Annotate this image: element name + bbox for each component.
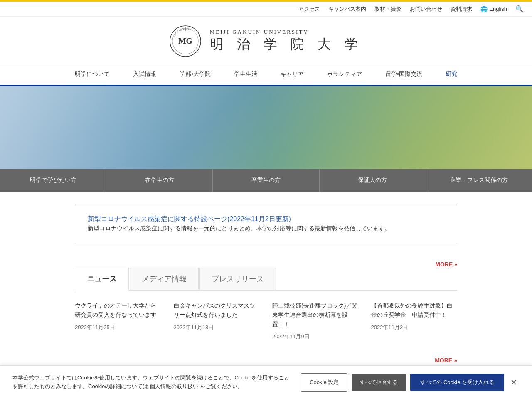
sub-nav-corporate[interactable]: 企業・プレス関係の方 xyxy=(426,169,532,192)
logo-japanese: 明 治 学 院 大 学 xyxy=(210,35,363,54)
sub-nav-guardians[interactable]: 保証人の方 xyxy=(320,169,426,192)
news-section: MORE » ニュース メディア情報 プレスリリース ウクライナのオデーサ大学か… xyxy=(75,261,457,340)
hero-image xyxy=(0,86,532,169)
nav-item-international: 留学•国際交流 xyxy=(374,64,434,85)
second-more-link[interactable]: MORE » xyxy=(435,357,457,364)
news-item-2: 白金キャンパスのクリスマスツリー点灯式を行いました 2022年11月18日 xyxy=(174,301,260,340)
nav-item-faculty: 学部•大学院 xyxy=(168,64,222,85)
search-button[interactable]: 🔍 xyxy=(515,5,524,13)
logo-area: MG MEIJI GAKUIN MEIJI GAKUIN UNIVERSITY … xyxy=(0,17,532,64)
nav-item-volunteer: ボランティア xyxy=(315,64,374,85)
news-grid: ウクライナのオデーサ大学から研究員の受入を行なっています 2022年11月25日… xyxy=(75,301,457,340)
notice-box: 新型コロナウイルス感染症に関する特設ページ(2022年11月2日更新) 新型コロ… xyxy=(75,204,457,244)
news-item-2-date: 2022年11月18日 xyxy=(174,324,214,330)
nav-item-career: キャリア xyxy=(269,64,315,85)
sub-nav-current-students[interactable]: 在学生の方 xyxy=(106,169,213,192)
cookie-banner: 本学公式ウェブサイトではCookieを使用しています。ウェブサイトの閲覧を続ける… xyxy=(0,365,532,376)
top-nav-contact[interactable]: お問い合わせ xyxy=(410,5,442,13)
second-more-label: MORE xyxy=(435,357,452,364)
cookie-text-before: 本学公式ウェブサイトではCookieを使用しています。ウェブサイトの閲覧を続ける… xyxy=(12,374,289,376)
cookie-reject-button[interactable]: すべて拒否する xyxy=(352,374,406,376)
top-bar: アクセス キャンパス案内 取材・撮影 お問い合わせ 資料請求 🌐 English… xyxy=(0,2,532,17)
language-switcher[interactable]: 🌐 English xyxy=(480,6,507,12)
news-header: MORE » xyxy=(75,261,457,268)
notice-body: 新型コロナウイルス感染症に関する情報を一元的にとりまとめ、本学の対応等に関する最… xyxy=(88,224,444,234)
top-nav-campus[interactable]: キャンパス案内 xyxy=(328,5,366,13)
sub-navigation: 明学で学びたい方 在学生の方 卒業生の方 保証人の方 企業・プレス関係の方 xyxy=(0,169,532,192)
news-item-2-title: 白金キャンパスのクリスマスツリー点灯式を行いました xyxy=(174,301,260,320)
cookie-settings-button[interactable]: Cookie 設定 xyxy=(301,373,347,376)
cookie-text: 本学公式ウェブサイトではCookieを使用しています。ウェブサイトの閲覧を続ける… xyxy=(12,374,293,376)
more-label: MORE xyxy=(435,261,453,268)
nav-item-research: 研究 xyxy=(434,64,469,85)
logo-english: MEIJI GAKUIN UNIVERSITY xyxy=(210,29,309,35)
nav-link-international[interactable]: 留学•国際交流 xyxy=(374,64,434,86)
svg-text:MG: MG xyxy=(178,37,192,45)
nav-link-student-life[interactable]: 学生生活 xyxy=(222,64,269,86)
notice-title-link[interactable]: 新型コロナウイルス感染症に関する特設ページ(2022年11月2日更新) xyxy=(88,215,291,222)
top-nav-request[interactable]: 資料請求 xyxy=(451,5,472,13)
nav-link-about[interactable]: 明学について xyxy=(63,64,121,86)
nav-link-faculty[interactable]: 学部•大学院 xyxy=(168,64,222,86)
tab-media[interactable]: メディア情報 xyxy=(130,268,199,290)
nav-item-student-life: 学生生活 xyxy=(222,64,269,85)
news-item-4-title: 【首都圏以外の受験生対象】白金の丘奨学金 申請受付中！ xyxy=(371,301,458,320)
language-label: English xyxy=(489,6,507,12)
second-more-chevron-icon: » xyxy=(454,357,457,364)
nav-link-career[interactable]: キャリア xyxy=(269,64,315,86)
more-link[interactable]: MORE » xyxy=(435,261,457,268)
nav-link-admission[interactable]: 入試情報 xyxy=(121,64,168,86)
university-emblem: MG MEIJI GAKUIN xyxy=(169,25,202,57)
tab-news[interactable]: ニュース xyxy=(75,268,129,291)
top-nav-access[interactable]: アクセス xyxy=(298,5,320,13)
news-item-1-date: 2022年11月25日 xyxy=(75,324,115,330)
main-navigation: 明学について 入試情報 学部•大学院 学生生活 キャリア ボランティア 留学•国… xyxy=(0,64,532,86)
logo-text: MEIJI GAKUIN UNIVERSITY 明 治 学 院 大 学 xyxy=(210,29,363,54)
news-item-1-title: ウクライナのオデーサ大学から研究員の受入を行なっています xyxy=(75,301,161,320)
nav-link-volunteer[interactable]: ボランティア xyxy=(315,64,374,86)
news-item-4-date: 2022年11月2日 xyxy=(371,324,409,330)
more-chevron-icon: » xyxy=(454,261,457,267)
news-item-3: 陸上競技部(長距離ブロック)／関東学生連合選出の横断幕を設置！！ 2022年11… xyxy=(272,301,359,340)
main-content: 新型コロナウイルス感染症に関する特設ページ(2022年11月2日更新) 新型コロ… xyxy=(66,192,466,376)
news-item-4: 【首都圏以外の受験生対象】白金の丘奨学金 申請受付中！ 2022年11月2日 xyxy=(371,301,458,340)
news-tabs: ニュース メディア情報 プレスリリース xyxy=(75,268,457,291)
news-item-1: ウクライナのオデーサ大学から研究員の受入を行なっています 2022年11月25日 xyxy=(75,301,161,340)
top-nav-media[interactable]: 取材・撮影 xyxy=(374,5,401,13)
cookie-buttons: Cookie 設定 すべて拒否する すべての Cookie を受け入れる ✕ xyxy=(301,373,520,376)
globe-icon: 🌐 xyxy=(480,6,488,12)
sub-nav-prospective[interactable]: 明学で学びたい方 xyxy=(0,169,106,192)
news-item-3-title: 陸上競技部(長距離ブロック)／関東学生連合選出の横断幕を設置！！ xyxy=(272,301,359,329)
cookie-accept-button[interactable]: すべての Cookie を受け入れる xyxy=(410,374,504,376)
nav-item-admission: 入試情報 xyxy=(121,64,168,85)
sub-nav-alumni[interactable]: 卒業生の方 xyxy=(213,169,319,192)
cookie-close-button[interactable]: ✕ xyxy=(508,375,520,376)
tab-press-release[interactable]: プレスリリース xyxy=(200,268,276,290)
news-item-3-date: 2022年11月9日 xyxy=(272,333,310,340)
second-more-container: MORE » xyxy=(75,357,457,364)
nav-link-research[interactable]: 研究 xyxy=(434,64,469,86)
nav-item-about: 明学について xyxy=(63,64,121,85)
